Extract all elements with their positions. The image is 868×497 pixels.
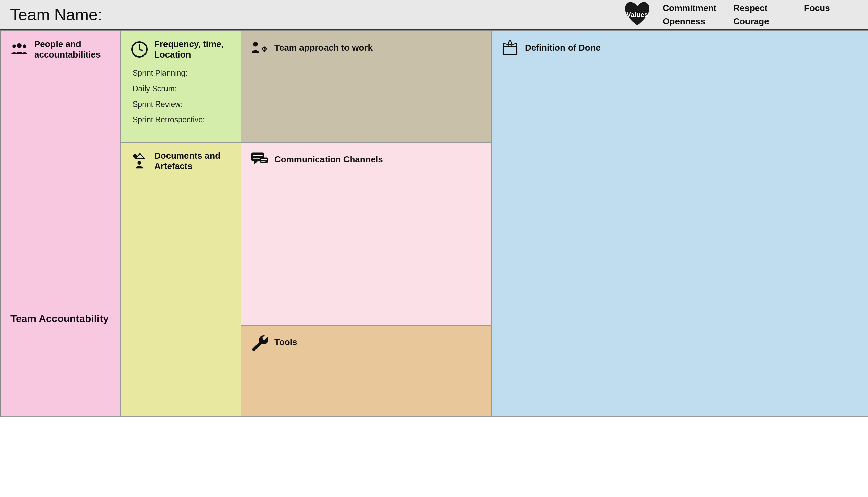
sprint-review: Sprint Review: bbox=[133, 96, 231, 112]
communication-title: Communication Channels bbox=[274, 154, 383, 165]
cell-team-accountability: Team Accountability bbox=[1, 234, 121, 417]
cell-frequency: Frequency, time, Location Sprint Plannin… bbox=[121, 31, 241, 143]
value-empty bbox=[804, 15, 858, 28]
team-settings-icon bbox=[251, 39, 268, 57]
cell-definition-of-done: Definition of Done bbox=[492, 31, 868, 417]
wrench-icon bbox=[251, 333, 268, 351]
svg-rect-22 bbox=[260, 157, 268, 163]
svg-rect-9 bbox=[264, 47, 265, 48]
svg-point-0 bbox=[17, 43, 22, 48]
svg-rect-12 bbox=[266, 48, 267, 49]
values-section: Values Commitment Respect Focus Openness… bbox=[622, 0, 858, 30]
svg-point-17 bbox=[138, 161, 141, 165]
sprint-planning: Sprint Planning: bbox=[133, 65, 231, 81]
frequency-body: Sprint Planning: Daily Scrum: Sprint Rev… bbox=[131, 65, 231, 128]
values-list: Commitment Respect Focus Openness Courag… bbox=[663, 2, 858, 28]
documents-title: Documents and Artefacts bbox=[154, 151, 231, 172]
value-courage: Courage bbox=[733, 15, 787, 28]
value-respect: Respect bbox=[733, 2, 787, 15]
page-title: Team Name: bbox=[10, 5, 622, 24]
daily-scrum: Daily Scrum: bbox=[133, 81, 231, 96]
svg-marker-14 bbox=[508, 40, 512, 45]
svg-point-1 bbox=[12, 44, 16, 48]
chat-icon bbox=[251, 151, 268, 168]
cell-team-approach: Team approach to work bbox=[241, 31, 492, 143]
people-icon bbox=[11, 41, 28, 58]
values-badge-label: Values bbox=[627, 11, 648, 19]
cell-communication: Communication Channels bbox=[241, 143, 492, 325]
definition-title: Definition of Done bbox=[525, 43, 601, 53]
box-icon bbox=[501, 39, 519, 57]
svg-point-6 bbox=[253, 42, 258, 47]
svg-line-5 bbox=[139, 49, 143, 51]
svg-rect-10 bbox=[264, 51, 265, 52]
cell-documents: Documents and Artefacts bbox=[121, 143, 241, 417]
team-approach-title: Team approach to work bbox=[274, 43, 373, 53]
svg-marker-19 bbox=[254, 161, 257, 165]
main-grid: People and accountabilities Frequency, t… bbox=[0, 30, 868, 417]
sprint-retrospective: Sprint Retrospective: bbox=[133, 112, 231, 128]
cell-tools: Tools bbox=[241, 325, 492, 417]
shapes-icon bbox=[131, 152, 148, 170]
clock-icon bbox=[131, 41, 148, 58]
svg-point-2 bbox=[23, 44, 26, 48]
value-commitment: Commitment bbox=[663, 2, 716, 15]
values-badge: Values bbox=[622, 0, 652, 30]
cell-people: People and accountabilities bbox=[1, 31, 121, 234]
value-openness: Openness bbox=[663, 15, 716, 28]
svg-point-8 bbox=[264, 48, 265, 49]
team-accountability-label: Team Accountability bbox=[11, 313, 109, 325]
people-title: People and accountabilities bbox=[34, 39, 111, 60]
svg-rect-11 bbox=[262, 48, 263, 49]
tools-title: Tools bbox=[274, 337, 297, 347]
frequency-title: Frequency, time, Location bbox=[154, 39, 231, 60]
svg-rect-13 bbox=[503, 46, 517, 55]
header: Team Name: Values Commitment Respect Foc… bbox=[0, 0, 868, 30]
value-focus: Focus bbox=[804, 2, 858, 15]
